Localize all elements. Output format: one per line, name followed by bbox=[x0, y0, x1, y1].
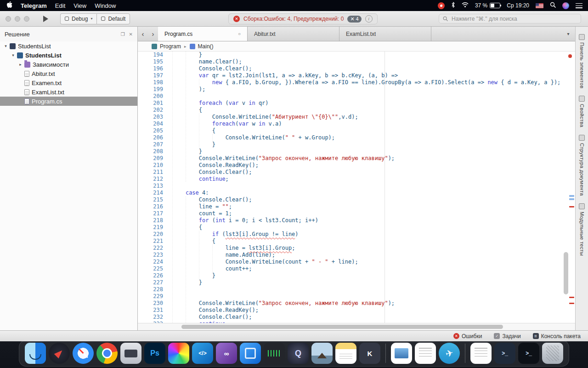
code-line[interactable]: 198 new { a.FIO, b.Group, }).Where(a => … bbox=[138, 79, 575, 86]
code-line[interactable]: 195 name.Clear(); bbox=[138, 58, 575, 65]
tree-item-Program.cs[interactable]: Program.cs bbox=[0, 97, 137, 106]
run-target-dropdown[interactable]: Default bbox=[96, 13, 130, 24]
menu-view[interactable]: View bbox=[74, 2, 86, 9]
statusbar-errors[interactable]: Ошибки bbox=[453, 333, 482, 339]
code-line[interactable]: 223 name.Add(line); bbox=[138, 252, 575, 259]
window-zoom-button[interactable] bbox=[24, 16, 29, 22]
dock-blue-dev-icon[interactable] bbox=[240, 343, 261, 364]
tree-item-ExamList.txt[interactable]: ExamList.txt bbox=[0, 87, 137, 97]
dock-text-doc-icon[interactable] bbox=[415, 343, 436, 364]
global-search-field[interactable] bbox=[439, 14, 581, 23]
build-configuration-dropdown[interactable]: Debug ▾ bbox=[60, 13, 96, 24]
code-line[interactable]: 197 var qr = lst2.Join(lst1, a => a.kKey… bbox=[138, 72, 575, 79]
search-input[interactable] bbox=[451, 15, 577, 23]
side-tab-toolbox[interactable]: Панель элементов bbox=[579, 34, 585, 88]
dock-finder-icon[interactable] bbox=[25, 343, 46, 364]
code-line[interactable]: 209 Console.WriteLine("Запрос окончен, н… bbox=[138, 155, 575, 162]
build-info-icon[interactable]: i bbox=[365, 15, 373, 23]
tree-item-Зависимости[interactable]: ▸Зависимости bbox=[0, 60, 137, 69]
dock-chrome-icon[interactable] bbox=[96, 343, 118, 364]
battery-status[interactable]: 37 % bbox=[475, 2, 500, 9]
horizontal-scrollbar-thumb[interactable] bbox=[181, 325, 503, 329]
dock-visual-studio-icon[interactable]: ∞ bbox=[216, 343, 237, 364]
code-line[interactable]: 221 { bbox=[138, 238, 575, 245]
dock-terminal-icon[interactable]: >_ bbox=[494, 343, 515, 364]
tree-item-Examen.txt[interactable]: Examen.txt bbox=[0, 78, 137, 87]
dock-text-doc-2-icon[interactable] bbox=[470, 343, 492, 364]
tab-list-dropdown-icon[interactable]: ▾ bbox=[561, 27, 575, 41]
dock-qapp-icon[interactable]: Q bbox=[288, 343, 309, 364]
dock-photoshop-icon[interactable]: Ps bbox=[144, 343, 165, 364]
tree-item-StudentsList[interactable]: ▾StudentsList bbox=[0, 51, 137, 60]
disclosure-right-icon[interactable]: ▸ bbox=[17, 62, 23, 67]
code-line[interactable]: 216 line = ""; bbox=[138, 203, 575, 210]
code-line[interactable]: 222 line = lst3[i].Group; bbox=[138, 245, 575, 252]
code-line[interactable]: 211 Console.Clear(); bbox=[138, 169, 575, 176]
dock-activity-monitor-icon[interactable] bbox=[264, 343, 285, 364]
disclosure-down-icon[interactable]: ▾ bbox=[10, 53, 16, 58]
code-line[interactable]: 220 if (lst3[i].Group != line) bbox=[138, 231, 575, 238]
dock-trash-icon[interactable] bbox=[542, 343, 563, 364]
tab-nav-forward-icon[interactable]: › bbox=[148, 27, 158, 41]
code-line[interactable]: 227 } bbox=[138, 279, 575, 286]
run-button[interactable] bbox=[43, 16, 48, 22]
dock-preview-doc-icon[interactable] bbox=[391, 343, 412, 364]
code-line[interactable]: 208 } bbox=[138, 148, 575, 155]
code-line[interactable]: 218 for (int i = 0; i < lst3.Count; i++) bbox=[138, 217, 575, 224]
code-line[interactable]: 210 Console.ReadKey(); bbox=[138, 162, 575, 169]
tree-item-Abitur.txt[interactable]: Abitur.txt bbox=[0, 69, 137, 78]
window-minimize-button[interactable] bbox=[15, 16, 20, 22]
window-close-button[interactable] bbox=[6, 16, 11, 22]
code-line[interactable]: 226 } bbox=[138, 272, 575, 279]
tab-modified-indicator[interactable]: ○ bbox=[238, 31, 241, 36]
tree-item-StudentsList[interactable]: ▾StudentsList bbox=[0, 41, 137, 51]
dock-terminal-2-icon[interactable]: >_ bbox=[518, 343, 539, 364]
editor-tab-Abitur.txt[interactable]: Abitur.txt bbox=[248, 27, 339, 41]
side-tab-document-outline[interactable]: Структура документа bbox=[579, 135, 585, 196]
code-line[interactable]: 200 bbox=[138, 93, 575, 100]
code-line[interactable]: 199 ); bbox=[138, 86, 575, 93]
code-line[interactable]: 212 continue; bbox=[138, 176, 575, 183]
horizontal-scrollbar[interactable] bbox=[138, 323, 575, 330]
code-line[interactable]: 196 Console.Clear(); bbox=[138, 65, 575, 72]
code-line[interactable]: 219 { bbox=[138, 224, 575, 231]
menubar-app-name[interactable]: Telegram bbox=[21, 2, 47, 9]
code-line[interactable]: 224 Console.WriteLine(count + " - " + li… bbox=[138, 259, 575, 265]
input-language-flag-icon[interactable] bbox=[536, 3, 543, 8]
dock-safari-icon[interactable] bbox=[73, 343, 94, 364]
dock-notes-icon[interactable] bbox=[335, 343, 356, 364]
breadcrumb-item-Program[interactable]: Program bbox=[152, 43, 181, 50]
code-line[interactable]: 201 foreach (var v in qr) bbox=[138, 100, 575, 107]
control-center-icon[interactable] bbox=[576, 3, 582, 8]
code-line[interactable]: 204 foreach(var w in v.a) bbox=[138, 121, 575, 127]
dock-kapp-icon[interactable]: K bbox=[359, 343, 380, 364]
code-line[interactable]: 230 Console.WriteLine("Запрос окончен, н… bbox=[138, 300, 575, 307]
code-line[interactable]: 228 bbox=[138, 286, 575, 293]
menubar-app-badge-icon[interactable] bbox=[438, 2, 445, 9]
dock-telegram-icon[interactable] bbox=[439, 343, 460, 364]
code-line[interactable]: 217 count = 1; bbox=[138, 210, 575, 217]
statusbar-package-console[interactable]: Консоль пакета bbox=[533, 333, 581, 339]
code-line[interactable]: 225 count++; bbox=[138, 265, 575, 272]
dock-vscode-icon[interactable]: </> bbox=[192, 343, 213, 364]
tab-nav-back-icon[interactable]: ‹ bbox=[138, 27, 148, 41]
spotlight-search-icon[interactable] bbox=[550, 2, 556, 9]
vertical-scrollbar[interactable] bbox=[563, 52, 575, 323]
dock-photo-viewer-icon[interactable] bbox=[311, 343, 333, 364]
code-line[interactable]: 206 Console.WriteLine(" " + w.Group); bbox=[138, 134, 575, 141]
side-tab-unit-tests[interactable]: Модульные тесты bbox=[579, 203, 585, 256]
disclosure-down-icon[interactable]: ▾ bbox=[3, 44, 9, 48]
code-line[interactable]: 207 } bbox=[138, 141, 575, 148]
editor-tab-ExamList.txt[interactable]: ExamList.txt bbox=[339, 27, 431, 41]
code-line[interactable]: 194 } bbox=[138, 52, 575, 58]
statusbar-tasks[interactable]: Задачи bbox=[494, 333, 520, 339]
dock-color-wheel-icon[interactable] bbox=[168, 343, 189, 364]
code-line[interactable]: 202 { bbox=[138, 107, 575, 114]
vertical-scrollbar-thumb[interactable] bbox=[564, 252, 568, 294]
editor-tab-Program.cs[interactable]: Program.cs○ bbox=[158, 27, 248, 41]
pad-close-icon[interactable]: ✕ bbox=[129, 32, 133, 37]
wifi-icon[interactable] bbox=[462, 2, 469, 9]
pad-dock-icon[interactable]: ❐ bbox=[121, 32, 125, 37]
breadcrumb-item-Main()[interactable]: Main() bbox=[190, 43, 214, 50]
apple-menu-icon[interactable] bbox=[6, 1, 12, 10]
